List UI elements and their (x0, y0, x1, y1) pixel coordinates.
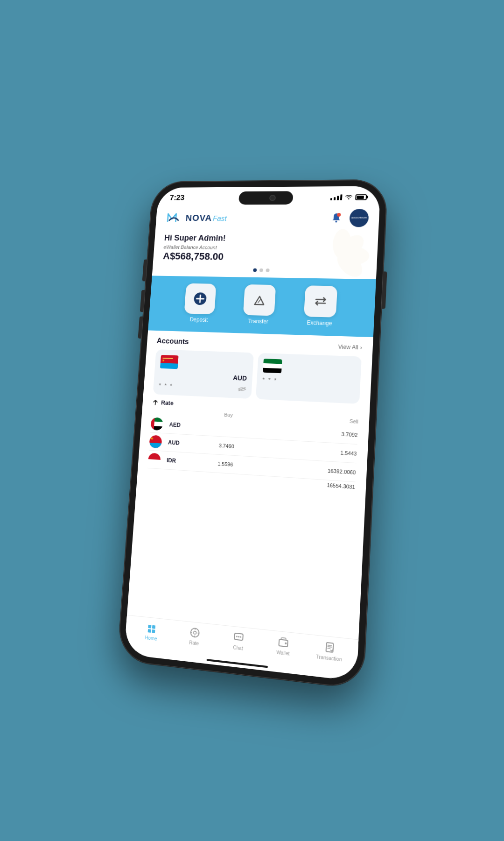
accounts-title: Accounts (156, 337, 189, 346)
logo-fast: Fast (213, 214, 227, 222)
aed-label: AED (169, 421, 185, 429)
svg-rect-13 (152, 625, 155, 629)
balance-section: Hi Super Admin! eWallet Balance Account … (152, 230, 378, 279)
flag-ki: ☀ (160, 354, 179, 368)
aud-currency: ☀ AUD (149, 435, 185, 450)
greeting: Hi Super Admin! (164, 233, 368, 244)
idr-label: IDR (167, 457, 183, 464)
transfer-action[interactable]: Transfer (231, 284, 288, 325)
idr-buy: 1.5596 (183, 459, 268, 470)
signal-icon (330, 194, 343, 200)
rate-nav-icon (188, 626, 201, 640)
deposit-action[interactable]: Deposit (172, 283, 228, 324)
bell-icon[interactable] (329, 211, 344, 225)
dot-1[interactable] (253, 268, 257, 272)
aud-buy: 3.7460 (185, 440, 269, 451)
decorative-bg (309, 226, 374, 286)
account-currency-aud: AUD (159, 371, 247, 382)
camera-notch (269, 195, 276, 201)
flag-idr (148, 452, 161, 466)
rate-section: Rate Buy Sell (127, 394, 370, 639)
chat-icon (232, 630, 245, 644)
svg-rect-15 (152, 629, 155, 633)
transaction-icon (323, 640, 336, 654)
dot-3[interactable] (266, 268, 269, 272)
wallet-icon (277, 635, 290, 649)
exchange-label: Exchange (307, 319, 332, 326)
logo-text: NOVA Fast (185, 212, 227, 223)
status-bar: 7:23 (157, 186, 381, 205)
account-stars-ae: * * * (262, 376, 355, 387)
svg-point-3 (333, 230, 369, 264)
exchange-button[interactable] (304, 285, 337, 317)
aud-sell: 1.5443 (269, 445, 357, 456)
svg-rect-12 (148, 624, 151, 628)
svg-point-17 (193, 631, 196, 634)
home-icon (146, 621, 158, 635)
balance-amount: A$568,758.00 (162, 250, 367, 264)
wallet-label: Wallet (276, 649, 290, 656)
svg-line-31 (328, 648, 330, 649)
flag-aed (150, 417, 163, 431)
notch (238, 191, 294, 205)
idr-currency: IDR (148, 452, 184, 467)
transaction-label: Transaction (316, 654, 342, 662)
rate-arrow-icon (152, 399, 159, 405)
logo-icon (165, 212, 182, 224)
svg-point-0 (335, 220, 337, 222)
transfer-label: Transfer (248, 318, 268, 325)
nav-chat[interactable]: Chat (224, 629, 253, 652)
logo: NOVA Fast (165, 212, 227, 224)
accounts-row: ☀ AUD * * * (153, 349, 362, 404)
svg-point-24 (238, 636, 239, 637)
svg-point-1 (337, 213, 341, 217)
status-icons (330, 193, 367, 201)
view-all-button[interactable]: View All › (338, 343, 362, 351)
dot-2[interactable] (259, 268, 263, 272)
nav-home[interactable]: Home (137, 620, 166, 642)
balance-label: eWallet Balance Account (163, 244, 367, 251)
phone-frame: 7:23 (117, 179, 387, 689)
chat-label: Chat (233, 644, 243, 651)
logo-nova: NOVA (185, 212, 212, 223)
svg-point-27 (285, 642, 287, 644)
svg-line-30 (328, 646, 331, 647)
phone-screen: 7:23 (124, 186, 381, 681)
flag-aud: ☀ (149, 435, 162, 448)
aed-sell: 3.7092 (270, 427, 358, 438)
hide-balance-icon[interactable] (238, 385, 246, 394)
svg-marker-9 (255, 296, 265, 304)
account-stars-aud: * * * (159, 382, 246, 392)
deposit-label: Deposit (189, 316, 208, 323)
aud-label: AUD (168, 439, 184, 446)
deposit-button[interactable] (184, 283, 217, 314)
account-card-aud[interactable]: ☀ AUD * * * (153, 349, 254, 399)
svg-point-4 (338, 247, 370, 265)
rate-label: Rate (189, 640, 199, 646)
wifi-icon (345, 193, 353, 201)
nav-wallet[interactable]: Wallet (268, 634, 298, 657)
avatar[interactable]: accountnum (349, 209, 369, 227)
status-time: 7:23 (169, 193, 185, 202)
accounts-section: Accounts View All › ☀ (143, 330, 373, 404)
transfer-button[interactable] (243, 284, 276, 315)
svg-point-25 (240, 636, 241, 637)
nav-transaction[interactable]: Transaction (314, 639, 345, 663)
battery-icon (355, 194, 367, 200)
svg-point-2 (332, 229, 352, 259)
rate-title: Rate (161, 399, 174, 406)
phone-outer: 7:23 (117, 179, 387, 689)
svg-point-5 (333, 247, 367, 281)
aed-currency: AED (150, 417, 187, 432)
svg-rect-14 (148, 629, 151, 633)
aed-buy (186, 425, 270, 430)
flag-ae (263, 359, 282, 373)
svg-point-23 (236, 636, 238, 637)
nav-rate[interactable]: Rate (180, 625, 209, 647)
idr-sell: 16392.0060 (268, 464, 356, 475)
header-actions: accountnum (329, 209, 369, 227)
accounts-header: Accounts View All › (156, 337, 362, 352)
exchange-action[interactable]: Exchange (291, 285, 350, 327)
svg-line-29 (328, 645, 331, 645)
account-card-ae[interactable]: * * * (256, 353, 362, 403)
